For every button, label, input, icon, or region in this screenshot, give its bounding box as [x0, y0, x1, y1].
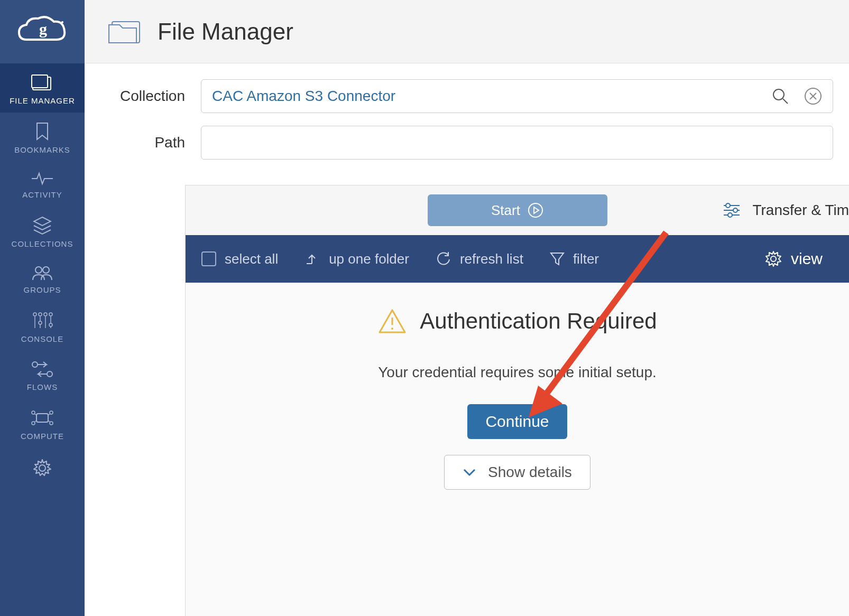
svg-point-40 — [728, 213, 732, 217]
sidebar-item-bookmarks[interactable]: BOOKMARKS — [0, 113, 85, 162]
svg-point-16 — [32, 362, 38, 367]
sidebar-item-activity[interactable]: ACTIVITY — [0, 162, 85, 207]
page-header: File Manager — [85, 0, 849, 63]
svg-point-41 — [771, 256, 776, 262]
svg-point-15 — [49, 323, 52, 326]
tool-label: up one folder — [329, 251, 409, 267]
page-title: File Manager — [158, 18, 293, 45]
sidebar-item-label: CONSOLE — [21, 334, 63, 343]
svg-point-5 — [43, 267, 49, 273]
file-toolbar: select all up one folder refresh list — [186, 235, 849, 283]
svg-point-34 — [529, 203, 542, 217]
up-arrow-icon — [304, 251, 320, 267]
app-logo: g — [0, 0, 85, 63]
tool-label: filter — [573, 251, 599, 267]
layers-icon — [33, 216, 52, 235]
svg-point-43 — [391, 328, 393, 330]
svg-point-8 — [39, 313, 42, 316]
sidebar-item-label: FILE MANAGER — [10, 96, 75, 105]
sidebar-item-collections[interactable]: COLLECTIONS — [0, 207, 85, 256]
svg-point-38 — [733, 208, 737, 212]
svg-point-27 — [39, 465, 45, 471]
compute-icon — [29, 408, 56, 427]
sliders-icon — [31, 311, 54, 330]
path-label: Path — [100, 134, 201, 151]
play-icon — [528, 202, 543, 218]
options-icon — [723, 202, 741, 218]
bookmark-icon — [34, 122, 50, 141]
content-panel: Start Transfer & Tim select all — [185, 185, 849, 616]
up-one-folder-tool[interactable]: up one folder — [304, 251, 409, 267]
sidebar-item-compute[interactable]: COMPUTE — [0, 399, 85, 448]
sidebar-item-file-manager[interactable]: FILE MANAGER — [0, 63, 85, 113]
sidebar: g FILE MANAGER BOOKMARKS ACTIVITY COLLEC… — [0, 0, 85, 616]
sidebar-item-label: ACTIVITY — [22, 190, 62, 199]
auth-title: Authentication Required — [420, 309, 657, 334]
collection-value: CAC Amazon S3 Connector — [212, 88, 771, 105]
gear-icon — [32, 458, 53, 479]
svg-point-36 — [726, 203, 730, 208]
sidebar-item-label: COMPUTE — [21, 432, 64, 441]
svg-rect-3 — [32, 75, 48, 88]
tool-label: select all — [225, 251, 278, 267]
checkbox-icon — [201, 251, 216, 266]
svg-point-6 — [33, 313, 36, 316]
sidebar-item-flows[interactable]: FLOWS — [0, 351, 85, 399]
show-details-button[interactable]: Show details — [444, 455, 590, 490]
clear-icon[interactable] — [804, 87, 822, 105]
details-label: Show details — [488, 464, 572, 481]
pulse-icon — [31, 171, 54, 186]
svg-point-11 — [44, 313, 47, 316]
sidebar-item-label: GROUPS — [23, 285, 61, 294]
svg-point-13 — [49, 313, 52, 316]
view-tool[interactable]: view — [764, 250, 823, 268]
filter-tool[interactable]: filter — [550, 251, 599, 267]
gear-icon — [764, 250, 782, 268]
start-button-label: Start — [491, 202, 520, 219]
sidebar-item-label: FLOWS — [27, 382, 58, 391]
collection-row: Collection CAC Amazon S3 Connector — [100, 79, 849, 113]
path-row: Path — [100, 126, 849, 160]
svg-point-17 — [47, 371, 52, 377]
auth-panel: Authentication Required Your credential … — [186, 283, 849, 490]
flows-icon — [31, 360, 54, 378]
refresh-icon — [436, 251, 451, 267]
start-button[interactable]: Start — [428, 194, 607, 226]
sidebar-item-groups[interactable]: GROUPS — [0, 256, 85, 302]
svg-line-30 — [783, 99, 788, 104]
sidebar-item-settings[interactable] — [0, 448, 85, 486]
transfer-options-label: Transfer & Tim — [752, 202, 849, 219]
folder-icon — [31, 73, 54, 92]
sidebar-item-label: BOOKMARKS — [14, 145, 70, 154]
main-content: Collection CAC Amazon S3 Connector Path — [85, 63, 849, 616]
funnel-icon — [550, 251, 565, 267]
svg-rect-18 — [36, 414, 48, 422]
svg-point-29 — [773, 89, 784, 100]
warning-icon — [377, 308, 407, 334]
search-icon[interactable] — [771, 87, 789, 105]
people-icon — [31, 265, 54, 281]
sidebar-item-console[interactable]: CONSOLE — [0, 302, 85, 351]
svg-point-4 — [35, 267, 42, 273]
auth-message: Your credential requires some initial se… — [378, 364, 657, 381]
path-input[interactable] — [201, 126, 833, 160]
collection-input[interactable]: CAC Amazon S3 Connector — [201, 79, 833, 113]
folder-icon — [106, 16, 143, 47]
select-all-tool[interactable]: select all — [201, 251, 278, 267]
svg-point-1 — [61, 21, 63, 23]
svg-point-10 — [39, 321, 42, 324]
transfer-options[interactable]: Transfer & Tim — [723, 185, 849, 235]
tool-label: view — [791, 250, 823, 268]
refresh-tool[interactable]: refresh list — [436, 251, 523, 267]
collection-label: Collection — [100, 88, 201, 105]
svg-text:g: g — [39, 20, 47, 38]
chevron-down-icon — [463, 468, 476, 477]
continue-button[interactable]: Continue — [467, 404, 567, 439]
tool-label: refresh list — [460, 251, 523, 267]
start-bar: Start Transfer & Tim — [186, 185, 849, 235]
sidebar-item-label: COLLECTIONS — [12, 239, 73, 248]
